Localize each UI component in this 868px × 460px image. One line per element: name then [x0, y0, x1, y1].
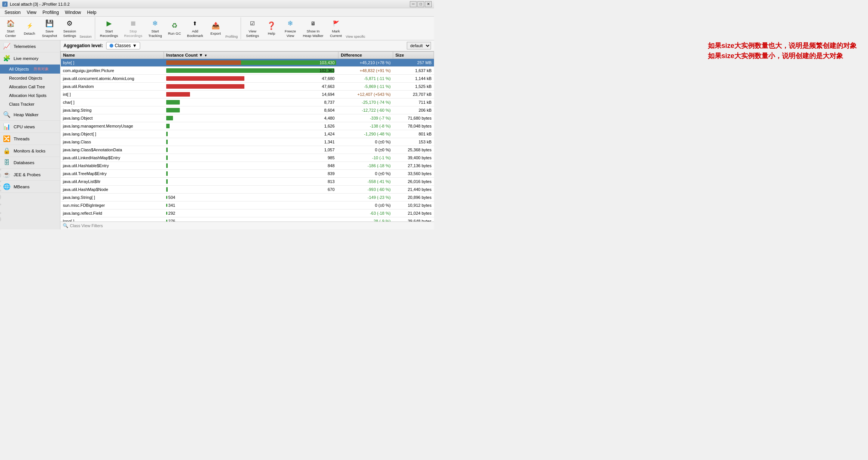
table-row[interactable]: java.util.Random 47,663 -5,869 (-11 %) 1…	[61, 83, 434, 91]
table-row[interactable]: com.atguigu.jprofiler.Picture 102,363 +4…	[61, 67, 434, 75]
sidebar-item-allocation-hot-spots[interactable]: Allocation Hot Spots	[0, 91, 60, 100]
table-row[interactable]: java.lang.String[ ] 504 -149 (-23 %) 20,…	[61, 194, 434, 202]
table-row[interactable]: java.lang.Class 1,341 0 (±0 %) 153 kB	[61, 138, 434, 146]
mark-current-icon: 🚩	[331, 19, 340, 28]
help-button[interactable]: ❓ Help	[263, 17, 281, 39]
table-row[interactable]: java.lang.reflect.Field 292 -63 (-18 %) …	[61, 209, 434, 217]
sidebar-item-telemetries[interactable]: 📈 Telemetries	[0, 40, 60, 52]
menu-window[interactable]: Window	[62, 9, 84, 16]
view-settings-button[interactable]: ☑ ViewSettings	[243, 17, 261, 39]
content-area: Aggregation level: Classes ▼ default Nam…	[60, 40, 434, 229]
menu-view[interactable]: View	[24, 9, 40, 16]
filter-input[interactable]	[70, 223, 432, 228]
cell-name: com.atguigu.jprofiler.Picture	[61, 67, 164, 75]
start-tracking-button[interactable]: ❄ StartTracking	[146, 17, 165, 39]
show-heap-walker-button[interactable]: 🖥 Show InHeap Walker	[300, 17, 326, 39]
minimize-button[interactable]: ─	[410, 1, 417, 7]
start-center-button[interactable]: 🏠 StartCenter	[2, 17, 20, 39]
cell-size: 206 kB	[393, 106, 434, 114]
sidebar-item-live-memory[interactable]: 🧩 Live memory	[0, 52, 60, 65]
table-row[interactable]: java.util.Hashtable$Entry 848 -186 (-18 …	[61, 162, 434, 170]
aggregation-label: Aggregation level:	[63, 43, 103, 48]
cell-name: java.util.ArrayList$Itr	[61, 178, 164, 186]
aggregation-select[interactable]: default	[407, 42, 431, 49]
start-recordings-button[interactable]: ▶ StartRecordings	[97, 17, 121, 39]
sidebar-item-mbeans[interactable]: 🌐 MBeans	[0, 181, 60, 193]
col-header-name[interactable]: Name	[61, 52, 164, 59]
sidebar-item-monitors-locks[interactable]: 🔒 Monitors & locks	[0, 145, 60, 157]
export-button[interactable]: 📤 Export	[207, 17, 225, 39]
cell-difference: -1,290 (-48 %)	[338, 130, 393, 138]
toolbar-group-profiling: ▶ StartRecordings ⏹ StopRecordings ❄ Sta…	[97, 17, 241, 39]
detach-button[interactable]: ⚡ Detach	[20, 17, 39, 39]
cell-instance-count: 1,057	[164, 146, 338, 154]
table-row[interactable]: long[ ] 276 -28 (-9 %) 39,648 bytes	[61, 217, 434, 222]
profiling-group-label: Profiling	[225, 35, 238, 39]
run-gc-button[interactable]: ♻ Run GC	[165, 17, 184, 39]
table-row[interactable]: char[ ] 8,737 -25,170 (-74 %) 711 kB	[61, 98, 434, 106]
table-row[interactable]: java.util.TreeMap$Entry 839 0 (±0 %) 33,…	[61, 170, 434, 178]
table-container[interactable]: Name Instance Count ▼ Difference Size by…	[60, 51, 434, 222]
jee-probes-icon: ☕	[3, 171, 11, 178]
add-bookmark-button[interactable]: ⬆ AddBookmark	[184, 17, 206, 39]
table-row[interactable]: java.lang.String 8,604 -12,722 (-60 %) 2…	[61, 106, 434, 114]
menu-session[interactable]: Session	[2, 9, 24, 16]
sidebar-item-recorded-objects[interactable]: Recorded Objects	[0, 74, 60, 83]
toolbar-group-view-specific: ☑ ViewSettings ❓ Help ❄ FreezeView 🖥 Sho…	[243, 17, 368, 39]
start-tracking-label: StartTracking	[148, 29, 162, 38]
telemetries-icon: 📈	[3, 43, 11, 50]
table-row[interactable]: java.lang.management.MemoryUsage 1,626 -…	[61, 122, 434, 130]
session-settings-button[interactable]: ⚙ SessionSettings	[60, 17, 79, 39]
cell-name: java.lang.Class	[61, 138, 164, 146]
sidebar-item-allocation-call-tree[interactable]: Allocation Call Tree	[0, 83, 60, 91]
col-header-instance-count[interactable]: Instance Count ▼	[164, 52, 338, 59]
menu-profiling[interactable]: Profiling	[40, 9, 62, 16]
databases-label: Databases	[14, 160, 34, 165]
maximize-button[interactable]: □	[417, 1, 424, 7]
stop-recordings-button[interactable]: ⏹ StopRecordings	[122, 17, 145, 39]
freeze-view-button[interactable]: ❄ FreezeView	[281, 17, 300, 39]
run-gc-label: Run GC	[168, 31, 181, 35]
cell-name: java.util.Random	[61, 83, 164, 91]
cpu-views-label: CPU views	[14, 125, 35, 129]
table-row[interactable]: byte[ ] 103,430 +45,210 (+78 %) 257 MB	[61, 59, 434, 67]
cell-size: 257 MB	[393, 59, 434, 67]
table-row[interactable]: java.util.LinkedHashMap$Entry 985 -10 (-…	[61, 154, 434, 162]
sidebar-item-class-tracker[interactable]: Class Tracker	[0, 100, 60, 109]
mbeans-label: MBeans	[14, 185, 29, 189]
cell-difference: -10 (-1 %)	[338, 154, 393, 162]
sidebar-item-databases[interactable]: 🗄 Databases	[0, 157, 60, 169]
col-header-difference[interactable]: Difference	[338, 52, 393, 59]
menu-help[interactable]: Help	[84, 9, 100, 16]
sidebar-item-all-objects[interactable]: All Objects 所有对象	[0, 65, 60, 74]
table-row[interactable]: int[ ] 14,694 +12,407 (+543 %) 23,707 kB	[61, 91, 434, 98]
cell-difference: 0 (±0 %)	[338, 170, 393, 178]
col-header-size[interactable]: Size	[393, 52, 434, 59]
cell-size: 801 kB	[393, 130, 434, 138]
threads-icon: 🔀	[3, 135, 11, 142]
table-row[interactable]: java.util.concurrent.atomic.AtomicLong 4…	[61, 75, 434, 83]
sidebar-item-heap-walker[interactable]: 🔍 Heap Walker	[0, 109, 60, 121]
mark-current-label: MarkCurrent	[330, 29, 342, 38]
table-row[interactable]: java.util.ArrayList$Itr 813 -558 (-41 %)…	[61, 178, 434, 186]
sidebar-item-cpu-views[interactable]: 📊 CPU views	[0, 121, 60, 133]
save-snapshot-button[interactable]: 💾 SaveSnapshot	[39, 17, 60, 39]
cell-size: 27,136 bytes	[393, 162, 434, 170]
table-row[interactable]: java.util.HashMap$Node 670 -993 (-60 %) …	[61, 186, 434, 194]
close-button[interactable]: ✕	[425, 1, 432, 7]
table-row[interactable]: java.lang.Object 4,480 -339 (-7 %) 71,68…	[61, 114, 434, 122]
sidebar-item-jee-probes[interactable]: ☕ JEE & Probes	[0, 169, 60, 181]
mark-current-button[interactable]: 🚩 MarkCurrent	[327, 17, 345, 39]
table-row[interactable]: sun.misc.FDBigInteger 341 0 (±0 %) 10,91…	[61, 202, 434, 209]
table-row[interactable]: java.lang.Object[ ] 1,424 -1,290 (-48 %)…	[61, 130, 434, 138]
aggregation-classes-button[interactable]: Classes ▼	[106, 42, 141, 49]
table-row[interactable]: java.lang.Class$AnnotationData 1,057 0 (…	[61, 146, 434, 154]
filter-search-icon: 🔍	[63, 223, 68, 228]
start-recordings-icon: ▶	[105, 19, 114, 28]
cell-name: java.lang.String[ ]	[61, 194, 164, 202]
cell-instance-count: 276	[164, 217, 338, 222]
cpu-views-icon: 📊	[3, 123, 11, 130]
sidebar-item-threads[interactable]: 🔀 Threads	[0, 133, 60, 145]
session-settings-label: SessionSettings	[63, 29, 76, 38]
cell-difference: -149 (-23 %)	[338, 194, 393, 202]
